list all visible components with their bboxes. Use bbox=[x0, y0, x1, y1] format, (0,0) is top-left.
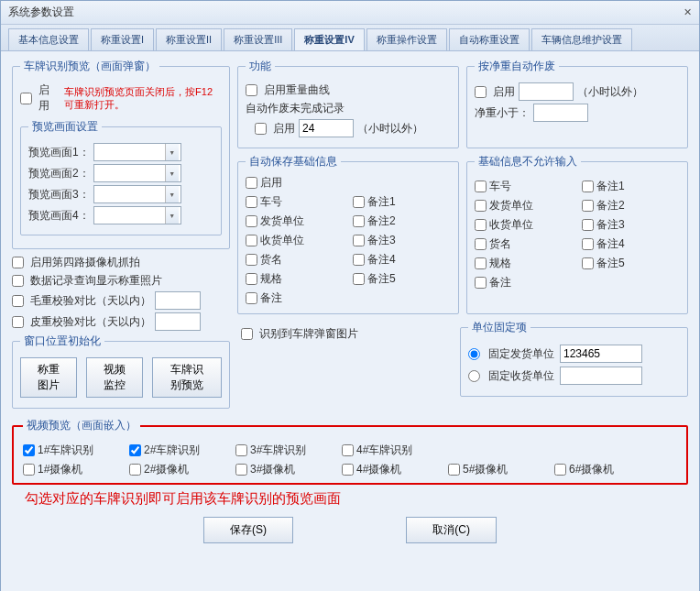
auto-discard-label: 自动作废未完成记录 bbox=[246, 101, 451, 116]
tab-7[interactable]: 车辆信息维护设置 bbox=[531, 28, 632, 50]
net-discard-enable-label: 启用 bbox=[493, 84, 515, 100]
plate-hint: 车牌识别预览页面关闭后，按F12可重新打开。 bbox=[64, 85, 222, 112]
autosave-chk-4-1[interactable] bbox=[353, 254, 365, 266]
screen-label-2: 预览画面3： bbox=[28, 187, 90, 202]
popup-img-checkbox[interactable] bbox=[241, 328, 253, 340]
auto-discard-hours-input[interactable] bbox=[299, 119, 354, 137]
showphoto-checkbox[interactable] bbox=[12, 275, 24, 287]
autosave-chk-5-0[interactable] bbox=[246, 273, 257, 285]
autosave-chk-5-1[interactable] bbox=[353, 273, 365, 285]
net-discard-legend: 按净重自动作废 bbox=[475, 59, 559, 74]
autosave-chk-2-1[interactable] bbox=[353, 215, 365, 227]
fixed-recv-input[interactable] bbox=[560, 367, 642, 385]
autosave-chk-1-1[interactable] bbox=[353, 196, 365, 208]
gross-days-input[interactable] bbox=[155, 291, 201, 310]
func-group: 功能 启用重量曲线 自动作废未完成记录 启用 （小时以外） bbox=[237, 59, 459, 148]
plate-rec-2-checkbox[interactable] bbox=[129, 444, 141, 456]
showphoto-label: 数据记录查询显示称重照片 bbox=[30, 273, 162, 289]
autosave-chk-1-0[interactable] bbox=[246, 196, 257, 208]
noinput-chk-1-0[interactable] bbox=[475, 181, 487, 192]
video-preview-group: 视频预览（画面嵌入） 1#车牌识别2#车牌识别3#车牌识别4#车牌识别 1#摄像… bbox=[12, 418, 688, 485]
screen-combo-0[interactable] bbox=[93, 143, 181, 161]
screen-combo-2[interactable] bbox=[93, 185, 181, 203]
noinput-lbl-1-1: 备注1 bbox=[596, 179, 625, 194]
autosave-lbl-6-0: 备注 bbox=[260, 290, 282, 306]
tare-check-label: 皮重校验对比（天以内） bbox=[30, 314, 151, 330]
net-less-label: 净重小于： bbox=[475, 105, 530, 121]
video-mon-button[interactable]: 视频监控 bbox=[86, 357, 143, 398]
screen-label-3: 预览画面4： bbox=[28, 208, 90, 224]
winpos-group: 窗口位置初始化 称重图片 视频监控 车牌识别预览 bbox=[12, 334, 230, 409]
autosave-chk-3-1[interactable] bbox=[353, 235, 365, 246]
noinput-chk-5-0[interactable] bbox=[475, 257, 487, 269]
autosave-legend: 自动保存基础信息 bbox=[246, 154, 341, 170]
autosave-chk-4-0[interactable] bbox=[246, 254, 257, 266]
autosave-lbl-3-1: 备注3 bbox=[367, 233, 396, 248]
tab-0[interactable]: 基本信息设置 bbox=[8, 28, 89, 50]
plate-enable-checkbox[interactable] bbox=[20, 93, 32, 104]
autosave-chk-3-0[interactable] bbox=[246, 235, 257, 246]
gross-check-checkbox[interactable] bbox=[12, 295, 24, 307]
autosave-chk-2-0[interactable] bbox=[246, 215, 257, 227]
func-legend: 功能 bbox=[246, 59, 275, 74]
noinput-chk-6-0[interactable] bbox=[475, 277, 487, 289]
camera-4-checkbox[interactable] bbox=[342, 464, 354, 476]
fixed-ship-radio[interactable] bbox=[468, 348, 480, 360]
tabs: 基本信息设置称重设置I称重设置II称重设置III称重设置IV称重操作设置自动称重… bbox=[1, 25, 699, 51]
cancel-button[interactable]: 取消(C) bbox=[406, 517, 497, 543]
plate-rec-1-checkbox[interactable] bbox=[23, 444, 35, 456]
camera-1-checkbox[interactable] bbox=[23, 464, 35, 476]
plate-rec-3-checkbox[interactable] bbox=[235, 444, 247, 456]
noinput-chk-5-1[interactable] bbox=[582, 257, 594, 269]
camera-3-checkbox[interactable] bbox=[235, 464, 247, 476]
net-less-input[interactable] bbox=[533, 104, 588, 122]
tare-check-checkbox[interactable] bbox=[12, 316, 24, 328]
noinput-chk-2-0[interactable] bbox=[475, 200, 487, 212]
camera-3-label: 3#摄像机 bbox=[250, 462, 295, 477]
auto-discard-enable-checkbox[interactable] bbox=[255, 123, 267, 135]
plate-rec-4-checkbox[interactable] bbox=[342, 444, 354, 456]
screen-combo-1[interactable] bbox=[93, 164, 181, 182]
noinput-chk-3-1[interactable] bbox=[582, 219, 594, 231]
autosave-chk-6-0[interactable] bbox=[246, 292, 257, 304]
net-discard-hours-input[interactable] bbox=[519, 82, 574, 101]
fixed-recv-radio[interactable] bbox=[468, 370, 480, 382]
noinput-chk-4-0[interactable] bbox=[475, 238, 487, 250]
noinput-chk-3-0[interactable] bbox=[475, 219, 487, 231]
screen-label-0: 预览画面1： bbox=[28, 145, 90, 160]
autosave-lbl-2-0: 发货单位 bbox=[260, 213, 304, 229]
cam4-checkbox[interactable] bbox=[12, 257, 24, 268]
window-title: 系统参数设置 bbox=[8, 5, 74, 20]
camera-1-label: 1#摄像机 bbox=[38, 462, 82, 477]
tab-3[interactable]: 称重设置III bbox=[224, 28, 292, 50]
screen-label-1: 预览画面2： bbox=[28, 166, 90, 181]
noinput-chk-4-1[interactable] bbox=[582, 238, 594, 250]
camera-5-checkbox[interactable] bbox=[448, 464, 460, 476]
tab-6[interactable]: 自动称重设置 bbox=[449, 28, 530, 50]
noinput-chk-2-1[interactable] bbox=[582, 200, 594, 212]
plate-rec-4-label: 4#车牌识别 bbox=[356, 443, 412, 458]
tab-2[interactable]: 称重设置II bbox=[156, 28, 222, 50]
noinput-lbl-3-1: 备注3 bbox=[596, 217, 625, 233]
weight-curve-checkbox[interactable] bbox=[246, 84, 257, 96]
plate-preview-button[interactable]: 车牌识别预览 bbox=[152, 357, 222, 398]
weigh-img-button[interactable]: 称重图片 bbox=[20, 357, 77, 398]
net-discard-enable-checkbox[interactable] bbox=[475, 86, 487, 98]
close-icon[interactable]: ✕ bbox=[684, 6, 692, 18]
autosave-chk-0-0[interactable] bbox=[246, 177, 257, 189]
noinput-group: 基础信息不允许输入 车号备注1发货单位备注2收货单位备注3货名备注4规格备注5备… bbox=[466, 154, 688, 314]
tare-days-input[interactable] bbox=[155, 312, 201, 331]
screen-combo-3[interactable] bbox=[93, 206, 181, 224]
camera-2-checkbox[interactable] bbox=[129, 464, 141, 476]
fixed-ship-input[interactable] bbox=[560, 345, 642, 363]
tab-4[interactable]: 称重设置IV bbox=[294, 28, 364, 50]
plate-rec-1-label: 1#车牌识别 bbox=[38, 443, 93, 458]
noinput-lbl-3-0: 收货单位 bbox=[489, 217, 533, 233]
popup-img-label: 识别到车牌弹窗图片 bbox=[259, 326, 358, 342]
save-button[interactable]: 保存(S) bbox=[203, 517, 293, 543]
tab-1[interactable]: 称重设置I bbox=[91, 28, 154, 50]
tab-5[interactable]: 称重操作设置 bbox=[366, 28, 447, 50]
plate-rec-2-label: 2#车牌识别 bbox=[144, 443, 200, 458]
camera-6-checkbox[interactable] bbox=[554, 464, 566, 476]
noinput-chk-1-1[interactable] bbox=[582, 181, 594, 192]
